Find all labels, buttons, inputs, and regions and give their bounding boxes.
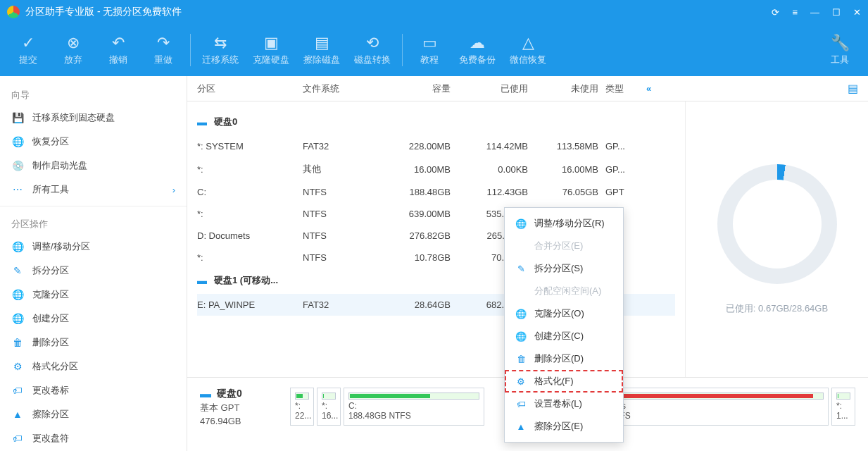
close-icon[interactable]: ✕ [853, 7, 861, 18]
toolbar: ✓提交 ⊗放弃 ↶撤销 ↷重做 ⇆迁移系统 ▣克隆硬盘 ▤擦除磁盘 ⟲磁盘转换 … [0, 24, 868, 76]
partition-box[interactable]: *:22... [290, 388, 314, 426]
col-capacity[interactable]: 容量 [373, 82, 451, 95]
sidebar-item[interactable]: 🏷更改盘符 [0, 426, 187, 450]
sidebar-item[interactable]: 🌐调整/移动分区 [0, 235, 187, 259]
maximize-icon[interactable]: ☐ [832, 7, 841, 18]
disk-icon: ▬ [200, 388, 211, 400]
sidebar-item-icon: 🌐 [11, 313, 24, 324]
sidebar-item-label: 恢复分区 [32, 135, 69, 148]
menu-item-icon: 🌐 [515, 309, 527, 319]
backup-button[interactable]: ☁免费备份 [452, 29, 503, 71]
context-menu-item: 合并分区(E) [505, 235, 623, 257]
sidebar-item[interactable]: 💿制作启动光盘 [0, 154, 187, 178]
col-type[interactable]: 类型 [598, 82, 641, 95]
context-menu-item: 分配空闲空间(A) [505, 280, 623, 302]
sidebar-item[interactable]: ⋯所有工具› [0, 178, 187, 202]
sidebar-item[interactable]: ✎拆分分区 [0, 259, 187, 283]
tutorial-button[interactable]: ▭教程 [407, 29, 452, 71]
sidebar-item[interactable]: ⚙格式化分区 [0, 354, 187, 378]
discard-button[interactable]: ⊗放弃 [51, 29, 96, 71]
context-menu-item[interactable]: 🌐创建分区(C) [505, 325, 623, 347]
wipe-button[interactable]: ▤擦除磁盘 [296, 29, 347, 71]
cancel-icon: ⊗ [67, 34, 80, 52]
redo-button[interactable]: ↷重做 [141, 29, 186, 71]
sidebar-item-icon: ⚙ [11, 361, 24, 372]
refresh-icon[interactable]: ⟳ [772, 7, 779, 18]
menu-item-label: 设置卷标(L) [534, 397, 582, 410]
clone-button[interactable]: ▣克隆硬盘 [246, 29, 296, 71]
table-row[interactable]: C:NTFS188.48GB112.43GB76.05GBGPT [197, 181, 675, 203]
check-icon: ✓ [22, 34, 34, 52]
menu-item-label: 删除分区(D) [534, 352, 584, 365]
menu-item-label: 克隆分区(O) [534, 307, 584, 320]
migrate-button[interactable]: ⇆迁移系统 [195, 29, 246, 71]
usage-bar [615, 393, 824, 400]
context-menu-item[interactable]: ▲擦除分区(E) [505, 415, 623, 438]
menu-item-icon: ✎ [515, 264, 527, 274]
context-menu-item[interactable]: ✎拆分分区(S) [505, 257, 623, 280]
menu-item-icon: 🗑 [515, 354, 527, 364]
wechat-button[interactable]: △微信恢复 [503, 29, 553, 71]
tools-button[interactable]: 🔧工具 [817, 29, 862, 71]
sidebar-item-icon: 🏷 [11, 385, 24, 396]
collapse-columns[interactable]: « [646, 83, 651, 94]
usage-text: 已使用: 0.67GB/28.64GB [726, 302, 828, 315]
convert-icon: ⟲ [366, 34, 379, 52]
sidebar-group-wizard: 向导 [0, 82, 187, 106]
sidebar: 向导 💾迁移系统到固态硬盘🌐恢复分区💿制作启动光盘⋯所有工具› 分区操作 🌐调整… [0, 76, 187, 451]
layout-toggle-icon[interactable]: ▤ [848, 82, 858, 95]
col-used[interactable]: 已使用 [451, 82, 528, 95]
context-menu-item[interactable]: 🏷设置卷标(L) [505, 393, 623, 415]
col-partition[interactable]: 分区 [197, 82, 303, 95]
partition-box[interactable]: C:188.48GB NTFS [344, 388, 484, 426]
minimize-icon[interactable]: — [810, 7, 819, 18]
menu-item-icon: ⚙ [515, 376, 527, 387]
sidebar-item-label: 更改卷标 [32, 384, 69, 397]
col-fs[interactable]: 文件系统 [303, 82, 373, 95]
sidebar-item[interactable]: ▲擦除分区 [0, 402, 187, 426]
sidebar-item[interactable]: 🌐创建分区 [0, 307, 187, 330]
commit-button[interactable]: ✓提交 [6, 29, 51, 71]
main-area: 分区 文件系统 容量 已使用 未使用 类型 « ▤ ▬硬盘0*: SYSTEMF… [187, 76, 868, 451]
sidebar-item-label: 格式化分区 [32, 360, 78, 373]
sidebar-item-label: 删除分区 [32, 336, 69, 349]
context-menu-item[interactable]: 🌐克隆分区(O) [505, 302, 623, 325]
window-title: 分区助手专业版 - 无损分区免费软件 [25, 6, 182, 18]
sidebar-item[interactable]: 🌐恢复分区 [0, 130, 187, 154]
drive-icon: ⇆ [214, 34, 227, 52]
menu-icon[interactable]: ≡ [792, 7, 798, 18]
partition-box[interactable]: *:16... [317, 388, 341, 426]
usage-bar [348, 393, 479, 400]
sidebar-item-icon: 🗑 [11, 337, 24, 348]
divider [0, 206, 187, 206]
menu-item-icon: 🌐 [515, 218, 527, 229]
disk-icon: ▬ [197, 275, 207, 286]
sidebar-item[interactable]: 🗑删除分区 [0, 330, 187, 354]
disk-header[interactable]: ▬硬盘0 [197, 110, 675, 135]
context-menu-item[interactable]: 🌐调整/移动分区(R) [505, 212, 623, 235]
context-menu: 🌐调整/移动分区(R)合并分区(E)✎拆分分区(S)分配空闲空间(A)🌐克隆分区… [504, 207, 624, 443]
sidebar-item-icon: ▲ [11, 409, 24, 420]
sidebar-item[interactable]: 🌐克隆分区 [0, 283, 187, 307]
context-menu-item[interactable]: ⚙格式化(F) [505, 370, 623, 393]
sidebar-item-label: 擦除分区 [32, 408, 69, 421]
redo-icon: ↷ [157, 34, 170, 52]
sidebar-item[interactable]: 💾迁移系统到固态硬盘 [0, 106, 187, 130]
chevron-right-icon: › [172, 185, 175, 195]
sidebar-item[interactable]: 🏷更改卷标 [0, 378, 187, 402]
sidebar-item-icon: 🏷 [11, 433, 24, 444]
partition-box[interactable]: *:1... [831, 388, 855, 426]
sidebar-item-icon: 🌐 [11, 241, 24, 252]
usage-bar [836, 393, 850, 400]
drives-icon: ▣ [264, 34, 279, 52]
disk-card[interactable]: ▬硬盘0 基本 GPT 476.94GB [200, 388, 284, 426]
col-free[interactable]: 未使用 [528, 82, 598, 95]
menu-item-label: 擦除分区(E) [534, 420, 583, 433]
table-row[interactable]: *:其他16.00MB0.00KB16.00MBGP... [197, 157, 675, 181]
context-menu-item[interactable]: 🗑删除分区(D) [505, 347, 623, 370]
menu-item-label: 创建分区(C) [534, 330, 584, 342]
convert-button[interactable]: ⟲磁盘转换 [347, 29, 398, 71]
partition-box[interactable]: etsTFS [610, 388, 829, 426]
table-row[interactable]: *: SYSTEMFAT32228.00MB114.42MB113.58MBGP… [197, 135, 675, 157]
undo-button[interactable]: ↶撤销 [96, 29, 141, 71]
